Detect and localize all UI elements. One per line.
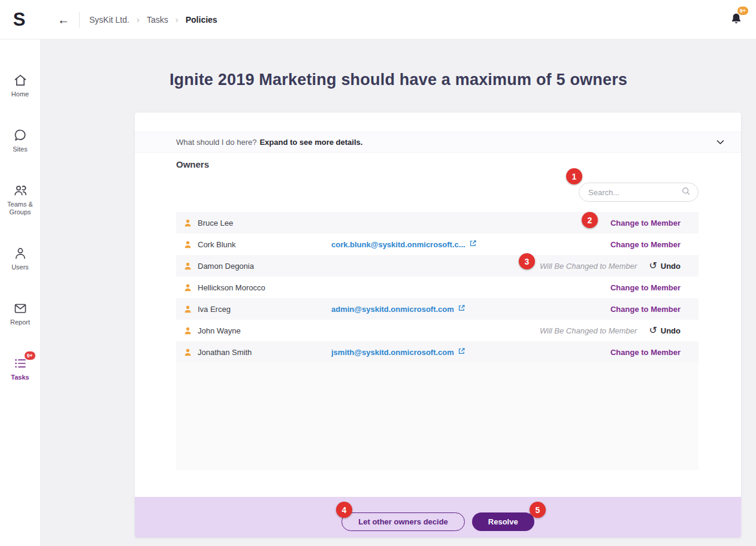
table-empty-area: [176, 363, 698, 470]
breadcrumb-item-syskit-ltd[interactable]: SysKit Ltd.: [89, 15, 129, 25]
person-icon: [183, 240, 192, 249]
sidebar-item-label: Tasks: [11, 374, 29, 381]
sidebar-item-label: Report: [10, 318, 30, 326]
owners-table: Bruce Lee Change to Member Cork Blunk co…: [176, 212, 698, 470]
undo-button[interactable]: ↺ Undo: [649, 261, 681, 271]
undo-label: Undo: [661, 326, 681, 335]
notifications-badge: 9+: [737, 7, 748, 15]
breadcrumb-separator-icon: ›: [176, 14, 179, 25]
owners-section-title: Owners: [176, 159, 209, 169]
person-icon: [183, 283, 192, 292]
sidebar-item-tasks[interactable]: 9+ Tasks: [1, 356, 40, 381]
topbar-divider: [79, 12, 80, 28]
person-icon: [183, 219, 192, 228]
users-icon: [13, 246, 28, 260]
pending-change-status: Will Be Changed to Member: [540, 326, 637, 335]
sidebar-item-label: Home: [11, 90, 29, 98]
annotation-badge-5: 5: [530, 502, 546, 518]
help-row[interactable]: What should I do here? Expand to see mor…: [135, 132, 741, 153]
person-icon: [183, 305, 192, 314]
search-icon: [681, 186, 691, 198]
sidebar-item-label: Sites: [13, 145, 27, 153]
card-footer: Let other owners decide Resolve: [135, 497, 741, 538]
annotation-badge-3: 3: [519, 253, 535, 269]
page-title: Ignite 2019 Marketing should have a maxi…: [41, 71, 756, 89]
undo-icon: ↺: [649, 326, 657, 335]
change-to-member-link[interactable]: Change to Member: [610, 240, 681, 249]
breadcrumb-item-tasks[interactable]: Tasks: [147, 15, 168, 25]
external-link-icon: [469, 239, 477, 249]
owner-row: Damon Degonia Will Be Changed to Member …: [176, 255, 698, 277]
owner-name: Jonathan Smith: [198, 348, 252, 357]
search-box: [579, 183, 698, 202]
teams-groups-icon: [13, 183, 28, 198]
change-to-member-link[interactable]: Change to Member: [610, 348, 681, 357]
owner-email-text: admin@syskitd.onmicrosoft.com: [331, 305, 454, 314]
owner-row: Jonathan Smith jsmith@syskitd.onmicrosof…: [176, 341, 698, 363]
pending-change-status: Will Be Changed to Member: [540, 262, 637, 271]
owner-row: Hellickson Morocco Change to Member: [176, 277, 698, 298]
undo-label: Undo: [661, 262, 681, 271]
change-to-member-link[interactable]: Change to Member: [610, 283, 681, 292]
owner-row: Iva Erceg admin@syskitd.onmicrosoft.com …: [176, 298, 698, 320]
notifications-button[interactable]: 9+: [730, 12, 743, 28]
change-to-member-link[interactable]: Change to Member: [610, 219, 681, 228]
owner-name: Iva Erceg: [198, 305, 231, 314]
home-icon: [13, 73, 28, 87]
annotation-badge-4: 4: [336, 502, 352, 518]
undo-button[interactable]: ↺ Undo: [649, 326, 681, 335]
owner-email-link[interactable]: jsmith@syskitd.onmicrosoft.com: [331, 347, 465, 357]
owner-email-link[interactable]: cork.blunk@syskitd.onmicrosoft.c...: [331, 239, 477, 249]
help-question: What should I do here?: [176, 138, 256, 147]
main-content: Ignite 2019 Marketing should have a maxi…: [41, 40, 756, 546]
owner-name: Cork Blunk: [198, 240, 236, 249]
sidebar-item-label: Teams & Groups: [1, 201, 40, 216]
owner-row: John Wayne Will Be Changed to Member ↺ U…: [176, 320, 698, 341]
let-other-owners-decide-button[interactable]: Let other owners decide: [341, 512, 465, 531]
external-link-icon: [458, 347, 465, 357]
owner-email-text: jsmith@syskitd.onmicrosoft.com: [331, 348, 454, 357]
chevron-down-icon[interactable]: [715, 137, 725, 147]
annotation-badge-2: 2: [582, 212, 598, 228]
external-link-icon: [458, 304, 465, 314]
person-icon: [183, 262, 192, 271]
breadcrumb-separator-icon: ›: [137, 14, 140, 25]
resolve-button[interactable]: Resolve: [472, 512, 534, 531]
back-button[interactable]: ←: [58, 14, 69, 26]
tasks-icon: 9+: [13, 356, 28, 371]
task-card: What should I do here? Expand to see mor…: [135, 113, 741, 538]
help-expand-text: Expand to see more details.: [259, 138, 362, 147]
owner-email-link[interactable]: admin@syskitd.onmicrosoft.com: [331, 304, 465, 314]
breadcrumb-item-policies: Policies: [186, 15, 217, 25]
owner-name: John Wayne: [198, 326, 241, 335]
change-to-member-link[interactable]: Change to Member: [610, 305, 681, 314]
sidebar-item-users[interactable]: Users: [1, 246, 40, 271]
owner-row: Bruce Lee Change to Member: [176, 212, 698, 233]
person-icon: [183, 326, 192, 335]
owner-name: Hellickson Morocco: [198, 283, 265, 292]
breadcrumb: SysKit Ltd. › Tasks › Policies: [89, 14, 217, 25]
syskit-logo[interactable]: S: [7, 9, 31, 31]
sidebar-item-label: Users: [11, 263, 29, 271]
owner-email-text: cork.blunk@syskitd.onmicrosoft.c...: [331, 240, 465, 249]
owner-name: Bruce Lee: [198, 219, 233, 228]
owner-row: Cork Blunk cork.blunk@syskitd.onmicrosof…: [176, 233, 698, 255]
sidebar: Home Sites Teams & Groups Users Report 9…: [0, 40, 41, 546]
sidebar-item-home[interactable]: Home: [1, 73, 40, 98]
sidebar-item-teams-groups[interactable]: Teams & Groups: [1, 183, 40, 216]
sidebar-item-sites[interactable]: Sites: [1, 128, 40, 153]
report-icon: [13, 301, 28, 316]
owner-name: Damon Degonia: [198, 262, 254, 271]
undo-icon: ↺: [649, 261, 657, 271]
annotation-badge-1: 1: [566, 168, 582, 184]
sidebar-item-report[interactable]: Report: [1, 301, 40, 326]
search-input[interactable]: [588, 188, 681, 197]
tasks-count-badge: 9+: [25, 351, 35, 360]
sites-icon: [13, 128, 28, 142]
person-icon: [183, 348, 192, 357]
topbar: S ← SysKit Ltd. › Tasks › Policies 9+: [0, 0, 756, 40]
bell-icon: [730, 17, 743, 27]
